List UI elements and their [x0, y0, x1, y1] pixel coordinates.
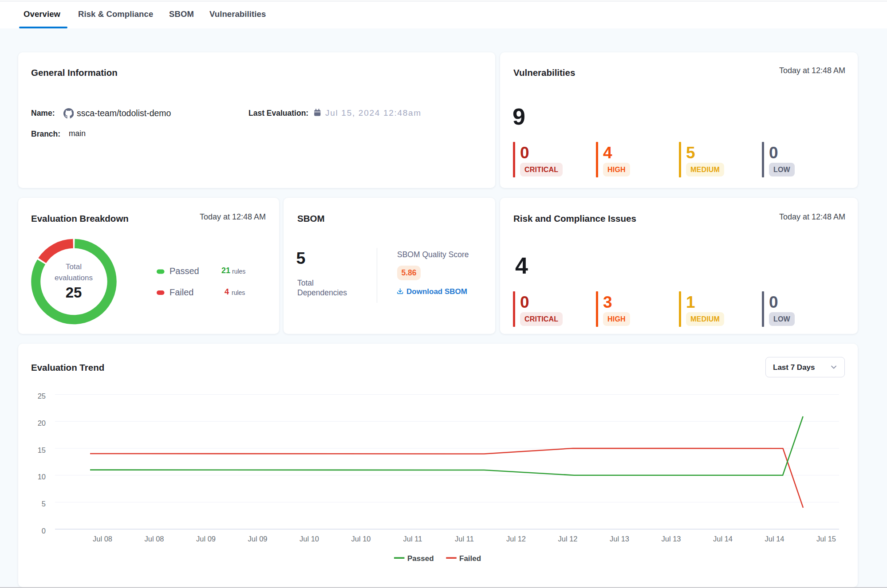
svg-text:Jul 10: Jul 10 — [300, 535, 319, 543]
svg-text:Jul 12: Jul 12 — [558, 535, 577, 543]
svg-text:Passed: Passed — [407, 554, 434, 563]
svg-text:Jul 15: Jul 15 — [816, 535, 836, 543]
svg-text:Jul 14: Jul 14 — [713, 535, 733, 543]
svg-text:20: 20 — [38, 419, 46, 427]
svg-text:Jul 13: Jul 13 — [661, 535, 681, 543]
svg-text:Failed: Failed — [459, 554, 481, 563]
svg-text:Jul 09: Jul 09 — [196, 535, 216, 543]
svg-text:Jul 08: Jul 08 — [144, 535, 164, 543]
svg-text:Jul 13: Jul 13 — [610, 535, 629, 543]
svg-text:Jul 12: Jul 12 — [506, 535, 526, 543]
svg-text:Jul 08: Jul 08 — [93, 535, 112, 543]
svg-text:Jul 14: Jul 14 — [765, 535, 784, 543]
svg-text:0: 0 — [42, 527, 46, 535]
svg-text:5: 5 — [42, 500, 46, 508]
svg-text:Jul 09: Jul 09 — [248, 535, 267, 543]
svg-text:10: 10 — [38, 473, 46, 481]
svg-text:Jul 11: Jul 11 — [455, 535, 474, 543]
svg-text:15: 15 — [38, 446, 46, 454]
svg-text:Jul 10: Jul 10 — [351, 535, 371, 543]
svg-text:Jul 11: Jul 11 — [403, 535, 422, 543]
svg-text:25: 25 — [38, 392, 46, 400]
